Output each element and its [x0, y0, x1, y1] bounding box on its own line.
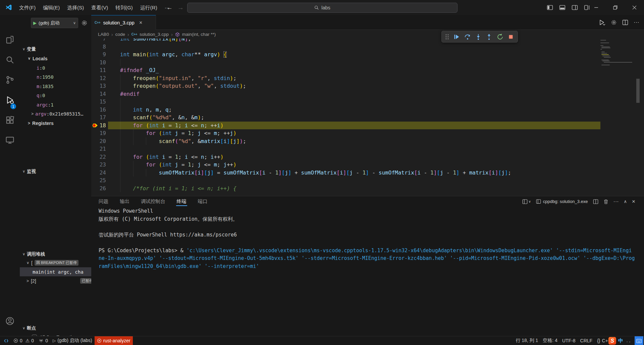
code-line-25[interactable]: 25: [91, 177, 644, 185]
kill-terminal-icon[interactable]: [603, 199, 608, 204]
step-over-button[interactable]: [464, 33, 471, 41]
code-line-26[interactable]: 26 /*for (int i = 1; i <= n; i++) {: [91, 185, 644, 193]
code-line-24[interactable]: 24 sumOfMatrix[i][j] = sumOfMatrix[i - 1…: [91, 169, 644, 177]
toggle-secondary-sidebar-icon[interactable]: [572, 4, 578, 11]
breakpoint-exceptions[interactable]: All C++ Exceptio...: [20, 333, 92, 336]
ime-keyboard-icon[interactable]: [635, 336, 643, 345]
variable-n[interactable]: n: 1950: [20, 73, 92, 82]
debug-launch-dropdown[interactable]: ▶ (gdb) 启动 ∨: [31, 18, 78, 28]
code-line-17[interactable]: 17 scanf("%d%d", &n, &m);: [91, 114, 644, 122]
section-call-stack[interactable]: ∨调用堆栈: [20, 250, 91, 259]
panel-more-actions-icon[interactable]: ···: [613, 199, 619, 205]
call-stack-thread-2[interactable]: > [2] 已暂停: [20, 276, 92, 285]
editor-gear-icon[interactable]: [611, 19, 617, 25]
debug-settings-gear-icon[interactable]: [81, 20, 88, 26]
menu-item-3[interactable]: 查看(V): [88, 3, 112, 13]
encoding-item[interactable]: UTF-8: [560, 336, 578, 345]
section-variables[interactable]: ∨变量: [20, 45, 91, 54]
code-line-22[interactable]: 22 for (int i = 1; i <= n; i++): [91, 153, 644, 161]
command-center-search[interactable]: labs: [187, 3, 458, 13]
account-icon[interactable]: [5, 316, 15, 326]
search-sidebar-icon[interactable]: [5, 55, 15, 65]
menu-item-4[interactable]: 转到(G): [112, 3, 137, 13]
terminal-session-item[interactable]: cppdbg: solution_3.exe: [536, 199, 588, 204]
variable-argc[interactable]: argc: 1: [20, 100, 92, 109]
menu-item-1[interactable]: 编辑(E): [39, 3, 63, 13]
debug-status-item[interactable]: ▷ (gdb) 启动 (labs): [50, 336, 95, 345]
menu-item-5[interactable]: 运行(R): [137, 3, 161, 13]
ime-mode-indicator[interactable]: 中: [618, 338, 623, 344]
code-line-8[interactable]: 8: [91, 43, 644, 51]
code-line-15[interactable]: 15: [91, 98, 644, 106]
launch-profile-button[interactable]: ∨: [522, 199, 531, 204]
toggle-sidebar-icon[interactable]: [547, 4, 553, 11]
code-line-18[interactable]: 18 for (int i = 1; i <= n; ++i): [91, 122, 644, 130]
breadcrumb-root[interactable]: LAB0: [98, 32, 109, 37]
toggle-panel-icon[interactable]: [559, 4, 566, 11]
more-actions-icon[interactable]: ···: [634, 19, 639, 26]
menu-item-0[interactable]: 文件(F): [15, 3, 39, 13]
menu-item-2[interactable]: 选择(S): [63, 3, 88, 13]
locals-group[interactable]: ∨ Locals: [20, 54, 92, 63]
scrollbar-thumb[interactable]: [636, 79, 640, 103]
extensions-icon[interactable]: [5, 115, 15, 125]
restart-button[interactable]: [496, 33, 504, 41]
tab-solution-3-cpp[interactable]: C++ solution_3.cpp ×: [91, 15, 156, 30]
step-out-button[interactable]: [485, 33, 493, 41]
code-line-19[interactable]: 19 for (int j = 1; j <= m; ++j): [91, 129, 644, 137]
restore-button[interactable]: [606, 0, 625, 15]
section-breakpoints[interactable]: ∨断点: [20, 324, 91, 333]
source-control-icon[interactable]: [5, 75, 15, 85]
step-into-button[interactable]: [475, 33, 482, 41]
rust-analyzer-error-item[interactable]: rust-analyzer: [95, 336, 133, 345]
code-line-12[interactable]: 12 freopen("input.in", "r", stdin);: [91, 74, 644, 82]
indentation-item[interactable]: 空格: 4: [540, 336, 560, 345]
split-terminal-icon[interactable]: [593, 199, 598, 204]
call-stack-thread[interactable]: ∨ [ 因 BREAKPOINT 已暂停: [20, 258, 92, 267]
panel-tab-1[interactable]: 输出: [120, 196, 129, 207]
code-line-23[interactable]: 23 for (int j = 1; j <= m; j++): [91, 161, 644, 169]
breadcrumb-folder[interactable]: code: [115, 32, 125, 37]
nav-forward-button[interactable]: →: [177, 4, 184, 11]
cursor-position-item[interactable]: 行 18, 列 1: [513, 336, 540, 345]
terminal-output[interactable]: Windows PowerShell版权所有 (C) Microsoft Cor…: [99, 207, 639, 335]
code-line-16[interactable]: 16 int n, m, q;: [91, 106, 644, 114]
panel-tab-3[interactable]: 终端: [177, 196, 186, 207]
registers-group[interactable]: > Registers: [20, 119, 92, 128]
code-line-10[interactable]: 10: [91, 59, 644, 67]
code-line-14[interactable]: 14#endif: [91, 90, 644, 98]
breadcrumb-file[interactable]: solution_3.cpp: [140, 32, 169, 37]
variable-argv[interactable]: >argv: 0x21e985315…: [20, 110, 92, 119]
code-editor[interactable]: 7int sumOfMatrix[N][N];89int main(int ar…: [91, 39, 644, 196]
eol-item[interactable]: CRLF: [578, 336, 595, 345]
breadcrumb-symbol[interactable]: main(int, char **): [182, 32, 216, 37]
panel-tab-2[interactable]: 调试控制台: [141, 196, 165, 207]
code-line-7[interactable]: 7int sumOfMatrix[N][N];: [91, 39, 644, 43]
remote-explorer-icon[interactable]: [5, 135, 15, 145]
code-line-20[interactable]: 20 scanf("%d", &matrix[i][j]);: [91, 137, 644, 145]
panel-tab-4[interactable]: 端口: [198, 196, 208, 207]
close-window-button[interactable]: [625, 0, 644, 15]
panel-tab-0[interactable]: 问题: [99, 196, 108, 207]
variable-i[interactable]: i: 0: [20, 63, 92, 72]
call-stack-frame-main[interactable]: main(int argc, cha: [20, 267, 92, 276]
explorer-icon[interactable]: [5, 35, 15, 45]
close-panel-icon[interactable]: ×: [632, 198, 635, 205]
code-line-9[interactable]: 9int main(int argc, char** argv) {: [91, 51, 644, 59]
ports-item[interactable]: 0: [36, 336, 50, 345]
ime-punctuation-indicator[interactable]: ，。: [625, 338, 633, 343]
variable-m[interactable]: m: 1835: [20, 82, 92, 91]
nav-back-button[interactable]: ←: [166, 4, 173, 11]
close-tab-icon[interactable]: ×: [139, 20, 142, 26]
section-watch[interactable]: ∨监视: [20, 167, 91, 176]
code-line-21[interactable]: 21: [91, 145, 644, 153]
run-or-debug-button[interactable]: [599, 19, 605, 26]
stop-button[interactable]: [507, 33, 515, 41]
remote-indicator[interactable]: [1, 336, 11, 345]
code-line-13[interactable]: 13 freopen("output.out", "w", stdout);: [91, 82, 644, 90]
sogou-logo-icon[interactable]: S: [608, 337, 616, 345]
maximize-panel-icon[interactable]: ∧: [624, 199, 627, 204]
minimap[interactable]: [600, 39, 636, 196]
start-debug-icon[interactable]: ▶: [33, 20, 37, 25]
split-editor-icon[interactable]: [622, 19, 628, 25]
